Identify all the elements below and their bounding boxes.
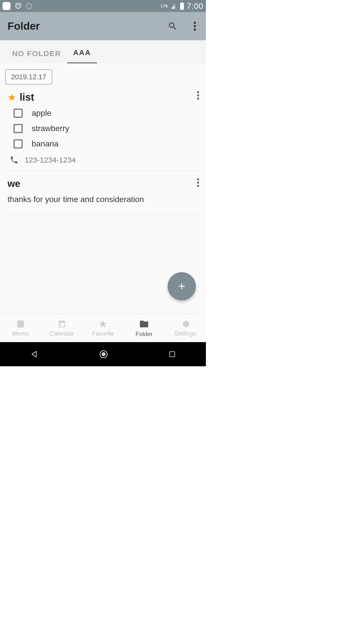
- more-vert-icon: [194, 22, 196, 31]
- nav-calendar[interactable]: Calendar: [41, 314, 82, 342]
- checklist-item-label: apple: [32, 108, 51, 118]
- search-icon: [168, 21, 178, 31]
- svg-point-4: [194, 25, 196, 27]
- nav-label: Settings: [174, 330, 196, 337]
- triangle-back-icon: [30, 350, 39, 358]
- folder-tabs: NO FOLDER AAA: [0, 40, 206, 63]
- note-header: list: [8, 92, 198, 103]
- nav-favorite[interactable]: Favorite: [82, 314, 124, 342]
- svg-point-5: [194, 28, 196, 31]
- nav-label: Memo: [12, 330, 29, 337]
- home-button[interactable]: [99, 349, 108, 359]
- notification-icon: [3, 2, 11, 10]
- nav-settings[interactable]: Settings: [165, 314, 206, 342]
- svg-point-3: [194, 22, 196, 24]
- checklist-item-label: banana: [32, 139, 59, 148]
- status-bar: LTE 7:00: [0, 0, 206, 12]
- overflow-button[interactable]: [189, 20, 201, 32]
- nav-label: Favorite: [92, 330, 114, 337]
- search-button[interactable]: [167, 20, 179, 32]
- svg-point-7: [197, 94, 199, 97]
- phone-icon: [10, 155, 19, 165]
- status-left: [3, 2, 33, 10]
- square-recent-icon: [168, 350, 176, 358]
- nav-label: Calendar: [50, 330, 74, 337]
- svg-point-11: [197, 185, 199, 187]
- recent-button[interactable]: [168, 350, 176, 358]
- nav-memo[interactable]: Memo: [0, 314, 41, 342]
- memo-icon: [16, 319, 25, 329]
- svg-point-0: [27, 4, 32, 9]
- alarm-icon: [14, 2, 22, 10]
- nav-folder[interactable]: Folder: [123, 314, 165, 342]
- checklist-item[interactable]: banana: [14, 139, 198, 148]
- checklist-item[interactable]: apple: [14, 108, 198, 118]
- svg-rect-2: [181, 2, 183, 3]
- checkbox[interactable]: [14, 139, 23, 148]
- note-overflow-button[interactable]: [197, 178, 199, 187]
- add-button[interactable]: [168, 272, 196, 300]
- svg-point-10: [197, 182, 199, 184]
- phone-number: 123-1234-1234: [25, 156, 76, 164]
- checkbox[interactable]: [14, 109, 23, 118]
- lte-indicator: LTE: [161, 4, 168, 8]
- calendar-icon: [57, 319, 66, 329]
- back-button[interactable]: [30, 350, 39, 358]
- bottom-nav: Memo Calendar Favorite Folder Settings: [0, 314, 206, 342]
- more-vert-icon: [197, 178, 199, 187]
- phone-row[interactable]: 123-1234-1234: [8, 155, 198, 165]
- battery-icon: [180, 2, 184, 10]
- svg-point-8: [197, 98, 199, 100]
- nav-label: Folder: [135, 331, 153, 338]
- note-overflow-button[interactable]: [197, 91, 199, 100]
- note-item[interactable]: list apple strawberry banana: [5, 85, 201, 171]
- plus-icon: [177, 281, 187, 291]
- star-icon: [98, 319, 107, 329]
- note-title: we: [8, 178, 198, 189]
- app-bar-actions: [167, 20, 201, 32]
- svg-point-9: [197, 178, 199, 181]
- gear-icon: [181, 319, 190, 329]
- circle-home-icon: [99, 349, 108, 359]
- app-bar: Folder: [0, 12, 206, 40]
- tab-aaa[interactable]: AAA: [67, 43, 97, 63]
- android-nav-bar: [0, 342, 206, 366]
- content-area: 2019.12.17 list apple strawberry: [0, 63, 206, 314]
- date-chip[interactable]: 2019.12.17: [5, 69, 52, 85]
- status-right: LTE 7:00: [161, 2, 203, 11]
- page-title: Folder: [8, 20, 40, 32]
- svg-rect-14: [170, 352, 175, 357]
- signal-icon: [171, 3, 177, 9]
- checklist-item-label: strawberry: [32, 124, 69, 133]
- note-body: thanks for your time and consideration: [8, 195, 198, 204]
- svg-point-6: [197, 91, 199, 93]
- loading-icon: [26, 3, 33, 10]
- clock-text: 7:00: [187, 2, 203, 11]
- tab-no-folder[interactable]: NO FOLDER: [6, 44, 67, 63]
- note-title: list: [20, 92, 34, 103]
- folder-icon: [139, 319, 149, 329]
- svg-rect-1: [180, 3, 184, 10]
- note-item[interactable]: we thanks for your time and consideratio…: [5, 171, 201, 214]
- svg-point-13: [102, 352, 106, 356]
- star-icon: [8, 93, 16, 102]
- checkbox[interactable]: [14, 124, 23, 133]
- checklist-item[interactable]: strawberry: [14, 124, 198, 133]
- checklist: apple strawberry banana: [8, 108, 198, 148]
- more-vert-icon: [197, 91, 199, 100]
